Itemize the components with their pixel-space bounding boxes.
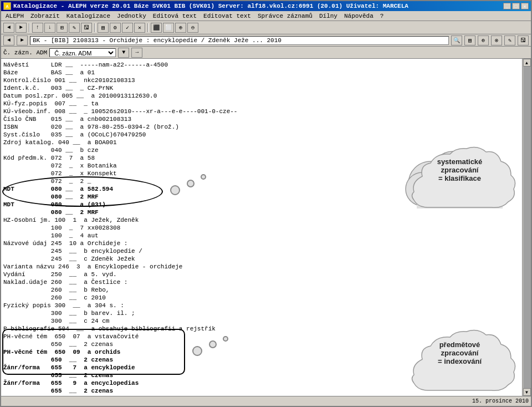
address-btn-3[interactable]: ⊕ [478, 35, 489, 45]
cloud1-text: systematickézpracování= klasifikace [411, 157, 508, 182]
field-label: Č. zázn. ADM [3, 49, 47, 56]
address-btn-4[interactable]: ⊗ [491, 35, 502, 45]
toolbar-btn-6[interactable]: ✎ [69, 23, 80, 33]
menu-napoveda[interactable]: Nápověda [341, 12, 377, 21]
field-go-btn[interactable]: → [131, 48, 142, 58]
dot4 [192, 346, 202, 356]
cloud2-container: předmětovézpracování= indexování [400, 325, 516, 396]
toolbar-btn-8[interactable]: ▤ [98, 23, 109, 33]
field-dropdown[interactable]: Č. zázn. ADM [49, 48, 116, 57]
toolbar-btn-15[interactable]: ⊖ [187, 23, 198, 33]
title-buttons: _ □ ✕ [503, 3, 529, 9]
menu-katalogizace[interactable]: Katalogizace [63, 12, 114, 21]
toolbar-btn-2[interactable]: ► [16, 23, 27, 33]
field-dropdown-btn[interactable]: ▼ [118, 48, 129, 58]
field-bar: Č. zázn. ADM Č. zázn. ADM ▼ → [1, 47, 531, 59]
menu-aleph[interactable]: ALEPH [2, 12, 27, 21]
toolbar-btn-4[interactable]: ↓ [44, 23, 55, 33]
dot2 [187, 180, 195, 187]
toolbar-btn-12[interactable]: ⬛ [151, 23, 162, 33]
toolbar-sep-2 [94, 23, 95, 32]
menu-editovat-text[interactable]: Editovat text [200, 12, 254, 21]
menu-help-icon[interactable]: ? [377, 12, 387, 21]
menu-jednotky[interactable]: Jednotky [114, 12, 150, 21]
menu-editova-text[interactable]: Editová text [150, 12, 200, 21]
address-value[interactable]: BK - [BIB] 2108313 - Orchideje : encyklo… [30, 36, 449, 45]
dot1 [170, 185, 180, 195]
address-btn-6[interactable]: 🖫 [518, 35, 529, 45]
scroll-down-button[interactable]: ▼ [523, 388, 531, 396]
title-bar: A Katalogizace - ALEPH verze 20.01 Báze … [1, 1, 531, 11]
dot6 [223, 336, 228, 342]
menu-dilny[interactable]: Dílny [316, 12, 341, 21]
status-bar: 15. prosince 2010 [1, 396, 531, 406]
cloud2-text: předmětovézpracování= indexování [411, 340, 508, 365]
toolbar-btn-9[interactable]: ⚙ [110, 23, 121, 33]
toolbar-btn-3[interactable]: ↑ [32, 23, 43, 33]
scroll-up-button[interactable]: ▲ [523, 59, 531, 67]
toolbar: ◄ ► ↑ ↓ ⊞ ✎ 🖫 ▤ ⚙ ✓ ✕ ⬛ ⬜ ⊕ ⊖ [1, 21, 531, 34]
dot5 [209, 340, 217, 348]
cloud1-container: systematickézpracování= klasifikace [400, 142, 516, 214]
dot3 [201, 174, 206, 180]
scrollbar: ▲ ▼ [522, 59, 531, 396]
toolbar-btn-11[interactable]: ✕ [134, 23, 145, 33]
nav-forward-button[interactable]: ► [17, 35, 28, 45]
nav-back-button[interactable]: ◄ [3, 35, 14, 45]
toolbar-sep-1 [29, 23, 30, 32]
app-icon: A [3, 2, 11, 10]
scroll-track[interactable] [523, 67, 531, 388]
address-bar: ◄ ► BK - [BIB] 2108313 - Orchideje : enc… [1, 34, 531, 47]
close-button[interactable]: ✕ [521, 3, 529, 9]
toolbar-sep-3 [147, 23, 149, 32]
title-bar-left: A Katalogizace - ALEPH verze 20.01 Báze … [3, 2, 408, 10]
main-content: Návěstí LDR __ -----nam-a22------a-4500 … [1, 59, 531, 396]
toolbar-btn-5[interactable]: ⊞ [57, 23, 68, 33]
window-title: Katalogizace - ALEPH verze 20.01 Báze SV… [13, 3, 408, 9]
address-btn-5[interactable]: ✎ [504, 35, 515, 45]
address-more-button[interactable]: ▤ [464, 35, 475, 45]
menu-bar: ALEPH Zobrazit Katalogizace Jednotky Edi… [1, 11, 531, 21]
minimize-button[interactable]: _ [503, 3, 511, 9]
toolbar-btn-7[interactable]: 🖫 [81, 23, 92, 33]
toolbar-btn-1[interactable]: ◄ [3, 23, 14, 33]
status-date: 15. prosince 2010 [472, 398, 529, 404]
record-area: Návěstí LDR __ -----nam-a22------a-4500 … [1, 59, 522, 396]
toolbar-btn-14[interactable]: ⊕ [175, 23, 186, 33]
toolbar-btn-13[interactable]: ⬜ [163, 23, 174, 33]
menu-spravce-zaznamu[interactable]: Správce záznamů [254, 12, 316, 21]
main-window: A Katalogizace - ALEPH verze 20.01 Báze … [0, 0, 532, 407]
toolbar-btn-10[interactable]: ✓ [122, 23, 133, 33]
maximize-button[interactable]: □ [512, 3, 520, 9]
menu-zobrazit[interactable]: Zobrazit [27, 12, 63, 21]
address-search-button[interactable]: 🔍 [451, 35, 462, 45]
